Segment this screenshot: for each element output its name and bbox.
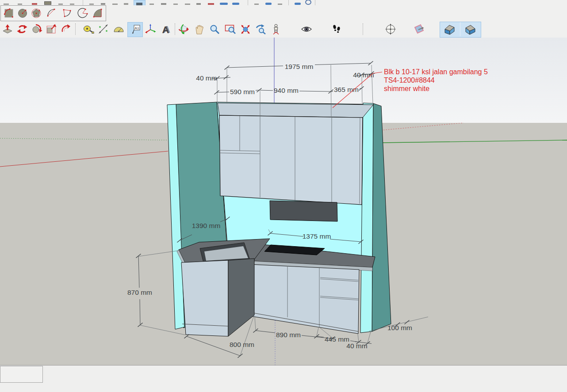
iso-view-alt-house-icon (464, 24, 476, 35)
compass-icon (385, 23, 396, 35)
toolbar-row-clipped[interactable] (0, 0, 567, 5)
section-plane-button[interactable] (411, 22, 426, 36)
note-line-1[interactable]: Blk b 10-17 ksl jalan gambilang 5 (384, 68, 488, 76)
follow-me-icon (31, 23, 42, 35)
dim-upper-right[interactable]: 365 mm (334, 86, 359, 93)
zoom-extents-icon (240, 23, 251, 35)
note-line-3[interactable]: shimmer white (384, 85, 429, 92)
zoom-icon (209, 23, 220, 35)
zoom-previous-icon (255, 23, 267, 35)
iso-view-button[interactable] (440, 23, 460, 37)
look-around-button[interactable] (299, 22, 314, 36)
arc-3point-icon (77, 8, 88, 19)
dim-total-width[interactable]: 1975 mm (285, 63, 314, 70)
pie-arc-button[interactable] (60, 6, 74, 20)
upper-cabinet[interactable] (218, 103, 373, 205)
orbit-button[interactable] (176, 22, 191, 36)
dim-sink-depth[interactable]: 800 mm (230, 341, 254, 348)
toolbar-row-main: A1 AA (0, 21, 567, 38)
upper-cabinet-top[interactable] (218, 103, 373, 118)
upper-cabinet-front[interactable] (219, 115, 363, 205)
circle-tool-icon (17, 8, 28, 19)
orbit-icon (178, 23, 189, 35)
dim-left-wall-thickness[interactable]: 40 mm (196, 74, 217, 82)
zoom-extents-button[interactable] (238, 22, 253, 36)
zoom-button[interactable] (207, 22, 222, 36)
clipped-icon (4, 4, 9, 5)
clipped-icon (32, 3, 37, 5)
arc-rectangle-icon (3, 8, 15, 19)
dim-side-clearance[interactable]: 100 mm (387, 324, 412, 331)
dim-bottom-wall-thickness[interactable]: 40 mm (346, 342, 367, 350)
pie-arc-icon (61, 8, 73, 19)
note-line-2[interactable]: TS4-1200#8844 (384, 76, 435, 84)
walk-icon (331, 23, 342, 35)
clipped-icon (44, 1, 51, 5)
text-tool-button[interactable]: A1 (127, 22, 143, 37)
circle-tool-button[interactable] (15, 6, 30, 20)
clipped-icon (161, 3, 166, 5)
svg-text:A: A (162, 24, 169, 35)
compass-view-button[interactable] (383, 22, 398, 36)
dim-side-wall-depth[interactable]: 1390 mm (192, 222, 221, 229)
walk-button[interactable] (329, 22, 344, 36)
viewport-canvas[interactable]: 1975 mm 40 mm 590 mm 940 mm 365 mm 40 mm… (0, 38, 567, 365)
toolbar-separator (288, 0, 289, 5)
text-tool-badge: A1 (134, 26, 139, 30)
range-hood[interactable] (270, 201, 337, 221)
clipped-icon (18, 4, 22, 5)
arc-2point-icon (46, 8, 57, 19)
axes-tool-icon (145, 23, 156, 35)
circle-polygon-button[interactable] (29, 6, 43, 20)
clipped-icon (149, 4, 154, 5)
position-camera-button[interactable] (268, 22, 283, 36)
follow-me-button[interactable] (29, 22, 44, 36)
scale-button[interactable] (44, 22, 58, 36)
clipped-icon (265, 3, 272, 5)
rotate-button[interactable] (15, 22, 29, 36)
clipped-icon (278, 4, 282, 5)
clipped-icon (208, 3, 214, 5)
dim-upper-middle[interactable]: 940 mm (274, 87, 299, 94)
dimension-tool-button[interactable] (96, 22, 111, 36)
axes-tool-button[interactable] (143, 22, 157, 36)
toolbar-separator (75, 23, 76, 35)
dim-drawer-width[interactable]: 445 mm (325, 335, 349, 343)
3d-text-button[interactable]: AA (158, 22, 173, 36)
look-around-icon (301, 23, 312, 35)
3d-text-icon: AA (160, 23, 172, 35)
zoom-previous-button[interactable] (253, 22, 268, 36)
protractor-button[interactable] (111, 22, 126, 36)
arc-3point-button[interactable] (75, 6, 90, 20)
pan-icon (193, 23, 205, 35)
pie-filled-button[interactable] (90, 6, 105, 20)
clipped-icon (124, 3, 128, 5)
clipped-icon (196, 3, 201, 5)
dim-upper-left[interactable]: 590 mm (230, 88, 255, 95)
push-pull-button[interactable] (0, 22, 15, 36)
dim-backsplash-width[interactable]: 1375 mm (303, 232, 331, 240)
iso-view-alt-button[interactable] (460, 23, 480, 37)
arc-2point-button[interactable] (44, 6, 59, 20)
toolbar-separator (363, 23, 364, 35)
offset-icon (60, 23, 72, 35)
text-tool-icon: A1 (130, 24, 141, 35)
clipped-icon (89, 4, 94, 5)
status-bar (0, 365, 567, 392)
zoom-window-button[interactable] (222, 22, 237, 36)
arc-rectangle-button[interactable] (1, 6, 16, 20)
clipped-icon (112, 4, 118, 5)
pan-button[interactable] (192, 22, 206, 36)
clipped-icon (220, 3, 228, 5)
offset-button[interactable] (58, 22, 73, 36)
clipped-icon (58, 4, 63, 5)
measurements-box[interactable] (0, 366, 43, 383)
pie-filled-icon (92, 8, 103, 19)
zoom-window-icon (224, 23, 236, 35)
sketchup-window: A1 AA (0, 0, 567, 392)
clipped-icon (232, 3, 239, 5)
tape-measure-button[interactable] (81, 22, 96, 36)
dim-base-run[interactable]: 890 mm (276, 331, 301, 339)
dim-base-height[interactable]: 870 mm (127, 289, 152, 296)
toolbar-row-shapes (0, 5, 567, 21)
